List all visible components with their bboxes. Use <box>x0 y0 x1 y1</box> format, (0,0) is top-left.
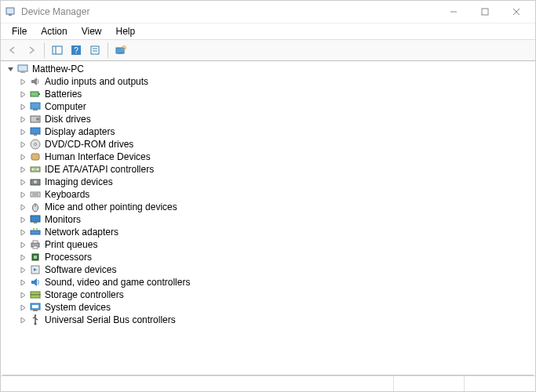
expand-icon[interactable] <box>18 240 27 249</box>
cpu-icon <box>29 251 42 263</box>
menu-help[interactable]: Help <box>110 24 142 38</box>
tree-category-node[interactable]: Network adapters <box>2 226 534 238</box>
svg-point-33 <box>34 180 37 183</box>
tree-category-label: Monitors <box>45 214 81 225</box>
expand-icon[interactable] <box>18 202 27 212</box>
expand-icon[interactable] <box>18 315 27 325</box>
tree-category-label: Audio inputs and outputs <box>45 76 148 87</box>
tree-category-label: Processors <box>45 252 92 263</box>
svg-rect-20 <box>31 103 40 109</box>
tree-category-node[interactable]: Human Interface Devices <box>2 151 534 163</box>
expand-icon[interactable] <box>18 89 27 99</box>
properties-icon <box>89 45 100 56</box>
scan-hardware-button[interactable] <box>112 42 129 59</box>
tree-category-node[interactable]: Display adapters <box>2 125 534 138</box>
arrow-right-icon <box>26 45 37 56</box>
dvd-icon <box>29 138 42 151</box>
disk-icon <box>29 113 42 125</box>
show-hide-console-button[interactable] <box>49 42 66 59</box>
tree-category-label: DVD/CD-ROM drives <box>45 139 133 150</box>
sound-icon <box>29 276 42 289</box>
tree-category-label: Sound, video and game controllers <box>45 277 190 288</box>
tree-category-node[interactable]: Universal Serial Bus controllers <box>2 314 534 326</box>
battery-icon <box>29 88 42 100</box>
expand-icon[interactable] <box>18 215 27 224</box>
tree-category-node[interactable]: Imaging devices <box>2 176 534 188</box>
expand-icon[interactable] <box>18 227 27 237</box>
expand-icon[interactable] <box>18 114 27 124</box>
expand-icon[interactable] <box>18 252 27 262</box>
svg-rect-13 <box>116 48 124 53</box>
expand-icon[interactable] <box>18 127 27 136</box>
expand-icon[interactable] <box>18 303 27 312</box>
collapse-icon[interactable] <box>5 64 15 74</box>
menu-file[interactable]: File <box>5 24 33 38</box>
tree-category-label: Universal Serial Bus controllers <box>45 314 176 325</box>
svg-rect-0 <box>6 8 14 14</box>
svg-rect-34 <box>31 192 40 197</box>
svg-rect-28 <box>31 154 39 160</box>
svg-rect-51 <box>31 295 40 298</box>
back-button[interactable] <box>4 42 21 59</box>
expand-icon[interactable] <box>18 177 27 187</box>
help-button[interactable]: ? <box>67 42 85 59</box>
display-icon <box>29 125 42 138</box>
computer-icon <box>29 100 42 113</box>
tree-category-label: Storage controllers <box>45 289 124 300</box>
properties-button[interactable] <box>86 42 104 59</box>
tree-category-node[interactable]: Print queues <box>2 238 534 251</box>
tree-category-node[interactable]: IDE ATA/ATAPI controllers <box>2 163 534 176</box>
tree-category-label: Print queues <box>45 239 97 250</box>
expand-icon[interactable] <box>18 190 27 199</box>
ide-icon <box>29 163 42 176</box>
expand-icon[interactable] <box>18 102 27 111</box>
expand-icon[interactable] <box>18 152 27 162</box>
svg-rect-19 <box>38 93 40 95</box>
toolbar: ? <box>1 39 535 61</box>
tree-category-node[interactable]: DVD/CD-ROM drives <box>2 138 534 151</box>
close-button[interactable] <box>501 1 532 23</box>
tree-category-node[interactable]: Mice and other pointing devices <box>2 201 534 213</box>
window-title: Device Manager <box>21 6 438 17</box>
maximize-button[interactable] <box>469 1 501 23</box>
tree-category-node[interactable]: Monitors <box>2 213 534 226</box>
keyboard-icon <box>29 188 42 201</box>
expand-icon[interactable] <box>18 140 27 149</box>
console-tree-icon <box>52 45 63 56</box>
system-icon <box>29 301 42 314</box>
expand-icon[interactable] <box>18 290 27 299</box>
svg-rect-18 <box>31 92 38 96</box>
svg-rect-16 <box>18 65 27 71</box>
minimize-button[interactable] <box>438 1 469 23</box>
tree-category-node[interactable]: System devices <box>2 301 534 314</box>
tree-category-node[interactable]: Computer <box>2 100 534 113</box>
tree-category-node[interactable]: Batteries <box>2 88 534 100</box>
expand-icon[interactable] <box>18 165 27 174</box>
tree-category-label: Mice and other pointing devices <box>45 201 177 212</box>
expand-icon[interactable] <box>18 77 27 86</box>
menu-view[interactable]: View <box>75 24 108 38</box>
hid-icon <box>29 151 42 163</box>
expand-icon[interactable] <box>18 265 27 274</box>
tree-category-node[interactable]: Processors <box>2 251 534 263</box>
window-controls <box>438 1 532 23</box>
expand-icon[interactable] <box>18 278 27 287</box>
tree-content: Matthew-PC Audio inputs and outputsBatte… <box>2 61 534 376</box>
menu-action[interactable]: Action <box>35 24 73 38</box>
tree-category-label: Network adapters <box>45 227 119 238</box>
tree-category-node[interactable]: Software devices <box>2 263 534 276</box>
tree-category-node[interactable]: Keyboards <box>2 188 534 201</box>
toolbar-separator <box>108 42 108 58</box>
tree-root-node[interactable]: Matthew-PC <box>2 63 534 75</box>
tree-category-node[interactable]: Disk drives <box>2 113 534 125</box>
tree-category-node[interactable]: Sound, video and game controllers <box>2 276 534 289</box>
svg-rect-53 <box>32 305 38 308</box>
tree-category-node[interactable]: Audio inputs and outputs <box>2 75 534 88</box>
tree-category-label: Disk drives <box>45 114 91 125</box>
tree-category-node[interactable]: Storage controllers <box>2 289 534 301</box>
svg-rect-24 <box>31 128 40 134</box>
forward-button[interactable] <box>23 42 40 59</box>
app-icon <box>4 5 16 18</box>
tree-category-label: Human Interface Devices <box>45 151 151 162</box>
svg-point-30 <box>32 169 34 170</box>
